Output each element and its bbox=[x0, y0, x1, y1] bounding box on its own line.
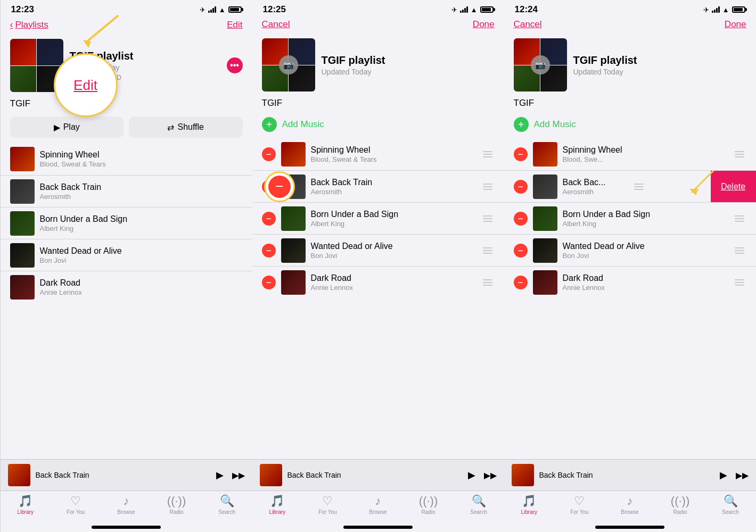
add-music-row-3[interactable]: + Add Music bbox=[504, 113, 756, 138]
shuffle-button-1[interactable]: ⇄ Shuffle bbox=[129, 117, 243, 138]
minus-annotation-2: − bbox=[264, 171, 295, 202]
song-thumb-1-1 bbox=[10, 147, 35, 171]
tab-foryou-1[interactable]: ♡ For You bbox=[51, 494, 101, 515]
artwork-cell-3 bbox=[10, 66, 37, 93]
song-item-1-1[interactable]: Spinning Wheel Blood, Sweat & Tears bbox=[1, 143, 252, 175]
tab-bar-1: 🎵 Library ♡ For You ♪ Browse ((·)) Radio… bbox=[1, 491, 252, 523]
camera-overlay-2[interactable]: 📷 bbox=[279, 55, 298, 74]
edit-circle: Edit bbox=[54, 53, 118, 117]
delete-circle-2-5[interactable]: − bbox=[262, 276, 276, 289]
delete-circle-3-5[interactable]: − bbox=[514, 276, 528, 289]
song-item-2-5[interactable]: − Dark Road Annie Lennox bbox=[252, 266, 504, 298]
home-indicator-2 bbox=[343, 526, 413, 529]
song-artist-2-1: Blood, Sweat & Tears bbox=[311, 155, 475, 163]
song-info-3-1: Spinning Wheel Blood, Swe... bbox=[563, 145, 727, 163]
done-button-2[interactable]: Done bbox=[473, 19, 495, 30]
song-item-1-2[interactable]: Back Back Train Aerosmith bbox=[1, 175, 252, 207]
drag-handle-2-5[interactable] bbox=[481, 277, 495, 288]
mini-play-icon-3[interactable]: ▶ bbox=[720, 469, 727, 481]
play-button-1[interactable]: ▶ Play bbox=[10, 117, 124, 138]
drag-handle-2-3[interactable] bbox=[481, 213, 495, 224]
delete-circle-2-3[interactable]: − bbox=[262, 212, 276, 226]
radio-icon-1: ((·)) bbox=[167, 494, 186, 508]
delete-circle-2-4[interactable]: − bbox=[262, 244, 276, 257]
song-item-3-2[interactable]: − Back Bac... Aerosmith Delete Delete bbox=[504, 170, 756, 202]
edit-button-1[interactable]: Edit bbox=[227, 20, 242, 30]
tab-browse-2[interactable]: ♪ Browse bbox=[353, 494, 404, 515]
add-circle-2[interactable]: + bbox=[262, 117, 277, 132]
drag-handle-3-5[interactable] bbox=[733, 277, 746, 288]
song-item-1-4[interactable]: Wanted Dead or Alive Bon Jovi bbox=[1, 239, 252, 271]
mini-play-icon-1[interactable]: ▶ bbox=[216, 469, 224, 481]
tab-browse-3[interactable]: ♪ Browse bbox=[605, 494, 655, 515]
song-item-2-1[interactable]: − Spinning Wheel Blood, Sweat & Tears bbox=[252, 138, 504, 170]
tab-foryou-3[interactable]: ♡ For You bbox=[554, 494, 605, 515]
drag-handle-2-2[interactable] bbox=[481, 181, 495, 192]
song-info-3-5: Dark Road Annie Lennox bbox=[563, 273, 727, 292]
song-title-3-2: Back Bac... bbox=[563, 178, 627, 187]
song-item-3-4[interactable]: − Wanted Dead or Alive Bon Jovi bbox=[504, 234, 756, 266]
song-artist-3-4: Bon Jovi bbox=[563, 252, 727, 260]
add-music-row-2[interactable]: + Add Music bbox=[252, 113, 504, 138]
song-item-3-3[interactable]: − Born Under a Bad Sign Albert King bbox=[504, 202, 756, 234]
mini-player-1[interactable]: Back Back Train ▶ ▶▶ bbox=[1, 459, 252, 491]
mini-player-3[interactable]: Back Back Train ▶ ▶▶ bbox=[504, 459, 756, 491]
tab-radio-1[interactable]: ((·)) Radio bbox=[151, 494, 202, 515]
delete-circle-3-4[interactable]: − bbox=[514, 244, 528, 257]
done-button-3[interactable]: Done bbox=[725, 19, 746, 30]
drag-handle-3-1[interactable] bbox=[733, 149, 746, 160]
battery-icon-1 bbox=[228, 6, 242, 13]
svg-marker-3 bbox=[689, 189, 699, 195]
tab-library-2[interactable]: 🎵 Library bbox=[252, 494, 303, 515]
song-item-1-5[interactable]: Dark Road Annie Lennox bbox=[1, 271, 252, 303]
mini-player-2[interactable]: Back Back Train ▶ ▶▶ bbox=[252, 459, 504, 491]
song-artist-3-1: Blood, Swe... bbox=[563, 155, 727, 163]
add-music-label-2: Add Music bbox=[282, 119, 324, 130]
tab-search-2[interactable]: 🔍 Search bbox=[454, 494, 504, 515]
screen-2: 12:25 ✈ ▲ Cancel Done � bbox=[252, 0, 504, 532]
mini-play-icon-2[interactable]: ▶ bbox=[468, 469, 475, 481]
cancel-button-3[interactable]: Cancel bbox=[514, 19, 542, 30]
song-item-3-5[interactable]: − Dark Road Annie Lennox bbox=[504, 266, 756, 298]
tab-browse-1[interactable]: ♪ Browse bbox=[101, 494, 152, 515]
song-info-1-3: Born Under a Bad Sign Albert King bbox=[40, 214, 243, 232]
drag-handle-3-4[interactable] bbox=[733, 245, 746, 256]
more-button-1[interactable]: ••• bbox=[227, 57, 243, 73]
tab-search-label-2: Search bbox=[470, 509, 487, 515]
tab-radio-2[interactable]: ((·)) Radio bbox=[403, 494, 454, 515]
mini-controls-2: ▶ ▶▶ bbox=[468, 469, 497, 481]
tab-search-1[interactable]: 🔍 Search bbox=[202, 494, 252, 515]
song-item-3-1[interactable]: − Spinning Wheel Blood, Swe... bbox=[504, 138, 756, 170]
camera-overlay-3[interactable]: 📷 bbox=[531, 55, 550, 74]
drag-handle-2-1[interactable] bbox=[481, 149, 495, 160]
song-item-2-4[interactable]: − Wanted Dead or Alive Bon Jovi bbox=[252, 234, 504, 266]
status-icons-1: ✈ ▲ bbox=[200, 6, 242, 14]
song-item-1-3[interactable]: Born Under a Bad Sign Albert King bbox=[1, 207, 252, 239]
tab-radio-3[interactable]: ((·)) Radio bbox=[655, 494, 705, 515]
mini-forward-icon-1[interactable]: ▶▶ bbox=[232, 470, 245, 480]
delete-circle-3-1[interactable]: − bbox=[514, 147, 528, 161]
status-bar-2: 12:25 ✈ ▲ bbox=[252, 0, 504, 17]
play-shuffle-1: ▶ Play ⇄ Shuffle bbox=[1, 113, 252, 143]
tab-library-3[interactable]: 🎵 Library bbox=[504, 494, 555, 515]
drag-handle-3-3[interactable] bbox=[733, 213, 746, 224]
tab-search-3[interactable]: 🔍 Search bbox=[705, 494, 756, 515]
add-circle-3[interactable]: + bbox=[514, 117, 529, 132]
tab-library-1[interactable]: 🎵 Library bbox=[1, 494, 51, 515]
drag-handle-3-2[interactable] bbox=[632, 181, 646, 192]
song-item-2-2[interactable]: − Back Back Train Aerosmith − bbox=[252, 170, 504, 202]
delete-circle-3-2[interactable]: − bbox=[514, 180, 528, 194]
song-item-2-3[interactable]: − Born Under a Bad Sign Albert King bbox=[252, 202, 504, 234]
back-button-1[interactable]: ‹ Playlists bbox=[10, 19, 48, 30]
mini-forward-icon-2[interactable]: ▶▶ bbox=[484, 470, 497, 480]
drag-handle-2-4[interactable] bbox=[481, 245, 495, 256]
cancel-button-2[interactable]: Cancel bbox=[262, 19, 290, 30]
delete-circle-3-3[interactable]: − bbox=[514, 212, 528, 226]
playlist-info-2: TGIF playlist Updated Today bbox=[322, 54, 495, 76]
delete-circle-2-1[interactable]: − bbox=[262, 147, 276, 161]
song-title-2-1: Spinning Wheel bbox=[311, 145, 475, 155]
delete-swipe-label-3: Delete bbox=[721, 182, 745, 192]
tab-foryou-2[interactable]: ♡ For You bbox=[302, 494, 353, 515]
mini-forward-icon-3[interactable]: ▶▶ bbox=[736, 470, 749, 480]
song-artist-3-3: Albert King bbox=[563, 220, 727, 228]
